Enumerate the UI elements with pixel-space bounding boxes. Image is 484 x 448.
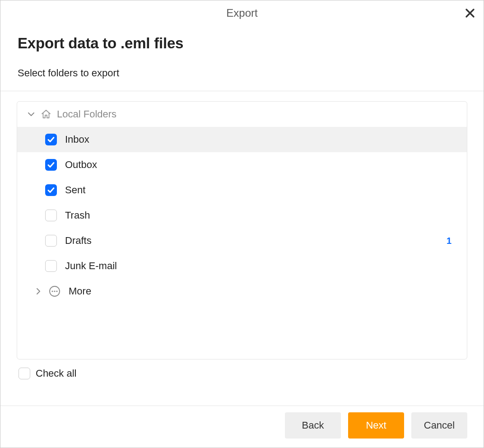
back-button[interactable]: Back [285, 412, 341, 439]
folder-label: Drafts [65, 235, 438, 247]
folder-tree-panel: Local Folders InboxOutboxSentTrashDrafts… [17, 101, 467, 359]
folder-row[interactable]: Drafts1 [17, 228, 467, 253]
folder-checkbox[interactable] [45, 184, 57, 196]
svg-point-1 [51, 290, 53, 292]
folder-row[interactable]: Sent [17, 177, 467, 203]
home-icon [41, 109, 51, 120]
folder-row[interactable]: Trash [17, 203, 467, 228]
svg-point-2 [54, 290, 55, 292]
folder-label: Trash [65, 210, 456, 221]
titlebar: Export [0, 0, 484, 26]
page-subtitle: Select folders to export [18, 67, 466, 79]
next-button[interactable]: Next [348, 412, 404, 439]
tree-item-more[interactable]: More [17, 279, 467, 304]
window-title: Export [226, 7, 257, 19]
svg-point-3 [56, 290, 57, 292]
page-title: Export data to .eml files [18, 35, 466, 52]
tree-root-label: Local Folders [57, 108, 116, 120]
more-icon [49, 285, 60, 297]
folder-row[interactable]: Outbox [17, 152, 467, 177]
dialog-footer: Back Next Cancel [0, 406, 484, 448]
folder-label: Inbox [65, 134, 456, 145]
dialog-body: Local Folders InboxOutboxSentTrashDrafts… [0, 91, 484, 406]
check-all-checkbox[interactable] [19, 368, 30, 379]
chevron-right-icon [33, 286, 43, 296]
close-button[interactable] [463, 6, 477, 20]
folder-checkbox[interactable] [45, 235, 57, 247]
check-all-label: Check all [36, 368, 76, 379]
export-dialog: Export Export data to .eml files Select … [0, 0, 484, 448]
folder-checkbox[interactable] [45, 210, 57, 221]
content-header: Export data to .eml files Select folders… [0, 26, 484, 91]
folder-checkbox[interactable] [45, 159, 57, 171]
chevron-down-icon [26, 109, 36, 119]
tree-item-more-label: More [69, 285, 91, 297]
folder-row[interactable]: Junk E-mail [17, 253, 467, 279]
folder-checkbox[interactable] [45, 260, 57, 272]
close-icon [465, 8, 475, 18]
folder-row[interactable]: Inbox [17, 127, 467, 152]
folder-badge: 1 [447, 236, 456, 246]
check-all-row[interactable]: Check all [17, 368, 467, 379]
folder-label: Junk E-mail [65, 260, 456, 272]
folder-label: Outbox [65, 159, 456, 171]
folder-checkbox[interactable] [45, 134, 57, 145]
cancel-button[interactable]: Cancel [411, 412, 467, 439]
folder-label: Sent [65, 184, 456, 196]
tree-root-local-folders[interactable]: Local Folders [17, 102, 467, 127]
